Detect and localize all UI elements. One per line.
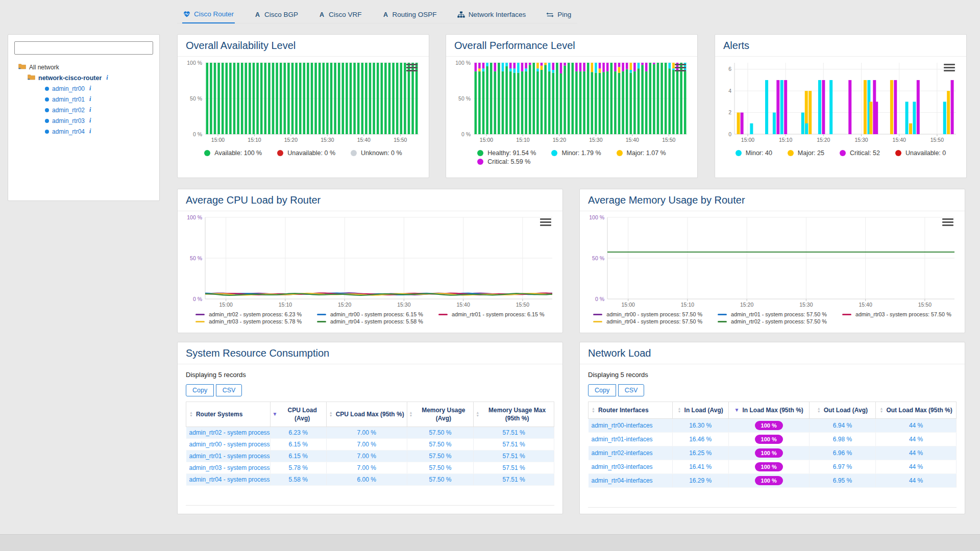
chart-menu-icon[interactable] bbox=[406, 64, 418, 73]
sort-icon[interactable]: ▲▼ bbox=[879, 407, 883, 413]
column-header-cpu-load-max-95th-[interactable]: ▲▼CPU Load Max (95th %) bbox=[326, 402, 407, 427]
column-header-router-systems[interactable]: ▲▼Router Systems bbox=[186, 402, 271, 427]
tab-routing-ospf[interactable]: ARouting OSPF bbox=[381, 5, 438, 23]
table-row: admin_rtr03 - system process5.78 %7.00 %… bbox=[186, 462, 554, 474]
legend-swatch-icon bbox=[895, 150, 901, 156]
panel-title: Network Load bbox=[580, 342, 965, 364]
svg-text:15:30: 15:30 bbox=[854, 137, 868, 143]
sort-icon[interactable]: ▲▼ bbox=[678, 407, 681, 413]
font-a-icon: A bbox=[254, 11, 261, 18]
value-cell: 57.50 % bbox=[407, 439, 474, 450]
legend-swatch-icon bbox=[718, 321, 727, 322]
svg-text:15:40: 15:40 bbox=[893, 137, 906, 143]
legend-label: Healthy: 91.54 % bbox=[487, 149, 536, 157]
svg-text:50 %: 50 % bbox=[458, 95, 471, 102]
tree-node-admin-rtr00[interactable]: admin_rtr00i bbox=[13, 83, 154, 94]
chart-menu-icon[interactable] bbox=[944, 64, 955, 73]
column-header-memory-usage-avg-[interactable]: ▲▼Memory Usage (Avg) bbox=[407, 402, 474, 427]
svg-text:15:40: 15:40 bbox=[357, 137, 371, 143]
sort-icon[interactable]: ▲▼ bbox=[329, 411, 333, 417]
row-label-cell[interactable]: admin_rtr04-interfaces bbox=[589, 474, 673, 488]
svg-text:15:10: 15:10 bbox=[681, 302, 694, 308]
tree-leaves: admin_rtr00iadmin_rtr01iadmin_rtr02iadmi… bbox=[13, 83, 154, 137]
value-cell: 44 % bbox=[876, 460, 957, 474]
info-icon[interactable]: i bbox=[89, 117, 91, 124]
svg-text:15:00: 15:00 bbox=[741, 137, 754, 143]
csv-button[interactable]: CSV bbox=[216, 384, 242, 396]
svg-text:15:20: 15:20 bbox=[740, 302, 753, 308]
chart-menu-icon[interactable] bbox=[675, 64, 686, 73]
value-cell: 7.00 % bbox=[326, 450, 407, 462]
info-icon[interactable]: i bbox=[89, 95, 91, 103]
row-label-cell[interactable]: admin_rtr00-interfaces bbox=[589, 419, 673, 433]
sort-icon[interactable]: ▼ bbox=[734, 408, 740, 413]
max-load-badge: 100 % bbox=[755, 421, 783, 430]
svg-text:50 %: 50 % bbox=[190, 95, 202, 102]
chart-menu-icon[interactable] bbox=[942, 218, 953, 228]
info-icon[interactable]: i bbox=[89, 128, 91, 135]
row-label-cell[interactable]: admin_rtr00 - system process bbox=[186, 439, 271, 450]
svg-text:15:40: 15:40 bbox=[859, 302, 872, 308]
column-header-router-interfaces[interactable]: ▲▼Router Interfaces bbox=[589, 402, 673, 419]
column-header-memory-usage-max-95th-[interactable]: ▲▼Memory Usage Max (95th %) bbox=[474, 402, 554, 427]
tree-node-network-cisco-router[interactable]: network-cisco-router i bbox=[13, 72, 154, 83]
sort-icon[interactable]: ▲▼ bbox=[409, 411, 413, 417]
max-load-badge: 100 % bbox=[755, 462, 783, 471]
info-icon[interactable]: i bbox=[89, 106, 91, 114]
svg-text:15:50: 15:50 bbox=[394, 137, 407, 143]
tab-ping[interactable]: Ping bbox=[545, 5, 572, 23]
column-header-out-load-avg-[interactable]: ▲▼Out Load (Avg) bbox=[809, 402, 876, 419]
copy-button[interactable]: Copy bbox=[588, 384, 616, 396]
sitemap-icon bbox=[457, 11, 465, 18]
tree-node-admin-rtr03[interactable]: admin_rtr03i bbox=[13, 115, 154, 126]
sort-icon[interactable]: ▲▼ bbox=[189, 411, 193, 417]
value-cell: 16.41 % bbox=[672, 460, 728, 474]
column-header-cpu-load-avg-[interactable]: ▼CPU Load (Avg) bbox=[270, 402, 326, 427]
tab-cisco-bgp[interactable]: ACisco BGP bbox=[253, 5, 299, 23]
value-cell: 100 % bbox=[728, 460, 809, 474]
tree-label: network-cisco-router bbox=[38, 74, 102, 82]
row-label-cell[interactable]: admin_rtr02 - system process bbox=[186, 427, 271, 439]
row-label-cell[interactable]: admin_rtr01 - system process bbox=[186, 450, 271, 462]
tab-cisco-router[interactable]: Cisco Router bbox=[182, 5, 235, 23]
value-cell: 57.51 % bbox=[474, 427, 554, 439]
row-label-cell[interactable]: admin_rtr03-interfaces bbox=[589, 460, 673, 474]
column-header-out-load-max-95th-[interactable]: ▲▼Out Load Max (95th %) bbox=[876, 402, 957, 419]
row-label-cell[interactable]: admin_rtr02-interfaces bbox=[589, 446, 673, 460]
tree-node-all-network[interactable]: All network bbox=[13, 62, 154, 72]
svg-text:15:20: 15:20 bbox=[338, 302, 351, 308]
sort-icon[interactable]: ▲▼ bbox=[592, 407, 595, 413]
value-cell: 57.50 % bbox=[407, 462, 474, 474]
svg-text:15:00: 15:00 bbox=[211, 137, 225, 143]
csv-button[interactable]: CSV bbox=[618, 384, 645, 396]
sort-icon[interactable]: ▲▼ bbox=[476, 411, 479, 417]
column-header-label: Memory Usage (Avg) bbox=[416, 406, 472, 422]
row-label-cell[interactable]: admin_rtr01-interfaces bbox=[589, 433, 673, 446]
legend-label: Unavailable: 0 % bbox=[287, 149, 335, 157]
legend-label: admin_rtr03 - system process: 5.78 % bbox=[209, 318, 302, 324]
row-label-cell[interactable]: admin_rtr04 - system process bbox=[186, 474, 271, 486]
device-dot-icon bbox=[45, 119, 49, 123]
tree-node-admin-rtr01[interactable]: admin_rtr01i bbox=[13, 94, 154, 105]
info-icon[interactable]: i bbox=[106, 74, 108, 82]
availability-chart: 100 %50 %0 %15:0015:1015:2015:3015:4015:… bbox=[182, 59, 425, 144]
row-label-cell[interactable]: admin_rtr03 - system process bbox=[186, 462, 271, 474]
tree-node-admin-rtr02[interactable]: admin_rtr02i bbox=[13, 105, 154, 115]
info-icon[interactable]: i bbox=[89, 85, 91, 92]
chart-menu-icon[interactable] bbox=[540, 218, 551, 228]
svg-text:15:30: 15:30 bbox=[589, 137, 602, 143]
column-header-in-load-avg-[interactable]: ▲▼In Load (Avg) bbox=[672, 402, 728, 419]
system-resource-panel: System Resource Consumption Displaying 5… bbox=[177, 342, 563, 514]
copy-button[interactable]: Copy bbox=[186, 384, 214, 396]
sort-icon[interactable]: ▼ bbox=[273, 412, 278, 417]
search-input[interactable] bbox=[14, 41, 153, 55]
tree-node-admin-rtr04[interactable]: admin_rtr04i bbox=[13, 126, 154, 137]
column-header-in-load-max-95th-[interactable]: ▼In Load Max (95th %) bbox=[728, 402, 809, 419]
svg-text:0 %: 0 % bbox=[595, 296, 604, 302]
panel-title: System Resource Consumption bbox=[178, 342, 562, 364]
tab-cisco-vrf[interactable]: ACisco VRF bbox=[317, 5, 363, 23]
sort-icon[interactable]: ▲▼ bbox=[817, 407, 821, 413]
legend-swatch-icon bbox=[840, 150, 846, 156]
tab-network-interfaces[interactable]: Network Interfaces bbox=[456, 5, 527, 23]
panel-title: Overall Performance Level bbox=[446, 35, 697, 57]
